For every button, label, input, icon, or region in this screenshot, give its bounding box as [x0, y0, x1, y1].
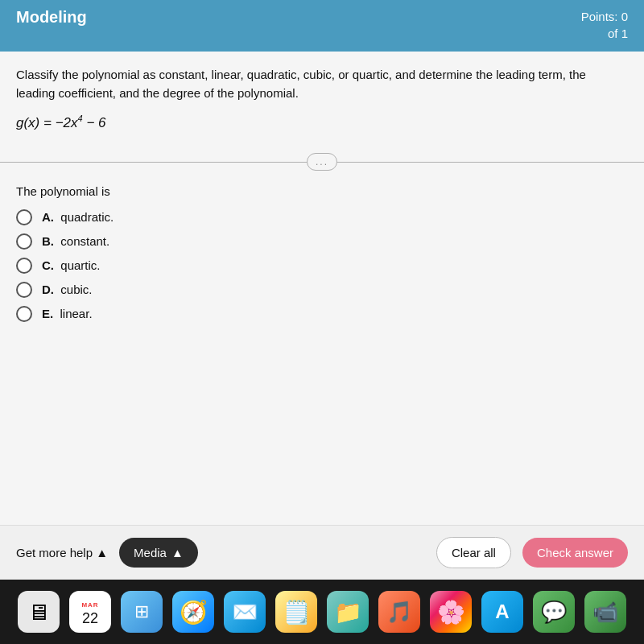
- option-c-label: C. quartic.: [42, 258, 101, 272]
- equation: g(x) = −2x4 − 6: [16, 114, 628, 131]
- calendar-day: 22: [82, 610, 98, 627]
- question-text: Classify the polynomial as constant, lin…: [16, 66, 628, 102]
- dock-calendar[interactable]: MAR 22: [69, 591, 111, 633]
- radio-c[interactable]: [16, 258, 32, 274]
- option-d[interactable]: D. cubic.: [16, 282, 628, 298]
- dock-music[interactable]: 🎵: [378, 591, 420, 633]
- dock-launchpad[interactable]: ⊞: [121, 591, 163, 633]
- messages-icon: 💬: [541, 600, 567, 625]
- divider[interactable]: ...: [0, 152, 644, 171]
- screen: Modeling Points: 0 of 1 Classify the pol…: [0, 0, 644, 644]
- check-answer-button[interactable]: Check answer: [522, 538, 628, 568]
- points-value: Points: 0: [581, 8, 628, 25]
- option-a[interactable]: A. quadratic.: [16, 209, 628, 225]
- option-c[interactable]: C. quartic.: [16, 258, 628, 274]
- calendar-month: MAR: [69, 598, 111, 609]
- option-d-label: D. cubic.: [42, 283, 93, 296]
- header-bar: Modeling Points: 0 of 1: [0, 0, 644, 52]
- dock-notes[interactable]: 🗒️: [275, 591, 317, 633]
- answer-prompt: The polynomial is: [16, 184, 628, 198]
- dock-messages[interactable]: 💬: [533, 591, 575, 633]
- header-title: Modeling: [16, 8, 87, 27]
- header-points: Points: 0 of 1: [581, 8, 628, 42]
- option-e[interactable]: E. linear.: [16, 306, 628, 322]
- get-more-help-button[interactable]: Get more help ▲: [16, 546, 108, 559]
- appstore-icon: A: [495, 601, 509, 623]
- dock-finder[interactable]: 🖥: [18, 591, 60, 633]
- mail-icon: ✉️: [232, 600, 258, 625]
- main-content: Classify the polynomial as constant, lin…: [0, 52, 644, 580]
- dock-appstore[interactable]: A: [481, 591, 523, 633]
- photos-icon: 🌸: [437, 599, 465, 625]
- option-a-label: A. quadratic.: [42, 210, 114, 224]
- dock-safari[interactable]: 🧭: [172, 591, 214, 633]
- question-area: Classify the polynomial as constant, lin…: [0, 52, 644, 152]
- radio-e[interactable]: [16, 306, 32, 322]
- option-b-label: B. constant.: [42, 234, 109, 248]
- option-b[interactable]: B. constant.: [16, 233, 628, 250]
- media-button[interactable]: Media ▲: [119, 538, 198, 568]
- radio-d[interactable]: [16, 282, 32, 298]
- finder-icon: 🖥: [27, 599, 50, 625]
- radio-a[interactable]: [16, 209, 32, 225]
- option-e-label: E. linear.: [42, 307, 93, 320]
- launchpad-icon: ⊞: [134, 601, 149, 622]
- facetime-icon: 📹: [592, 600, 618, 625]
- points-of: of 1: [581, 25, 628, 42]
- dock-files[interactable]: 📁: [327, 591, 369, 633]
- dock: 🖥 MAR 22 ⊞ 🧭 ✉️ 🗒️ 📁 🎵: [0, 580, 644, 644]
- equation-text: g(x) = −2x4 − 6: [16, 115, 106, 130]
- media-caret-icon: ▲: [171, 546, 184, 559]
- clear-all-button[interactable]: Clear all: [436, 537, 511, 568]
- dock-mail[interactable]: ✉️: [224, 591, 266, 633]
- answer-section: The polynomial is A. quadratic. B. const…: [0, 171, 644, 525]
- dock-photos[interactable]: 🌸: [430, 591, 472, 633]
- dock-facetime[interactable]: 📹: [584, 591, 626, 633]
- radio-b[interactable]: [16, 233, 32, 250]
- safari-icon: 🧭: [180, 599, 208, 625]
- divider-handle[interactable]: ...: [307, 153, 337, 171]
- files-icon: 📁: [334, 599, 362, 625]
- option-list: A. quadratic. B. constant. C. qua: [16, 209, 628, 322]
- music-icon: 🎵: [386, 600, 412, 625]
- notes-icon: 🗒️: [283, 599, 311, 625]
- media-label: Media: [134, 546, 167, 559]
- bottom-toolbar: Get more help ▲ Media ▲ Clear all Check …: [0, 525, 644, 580]
